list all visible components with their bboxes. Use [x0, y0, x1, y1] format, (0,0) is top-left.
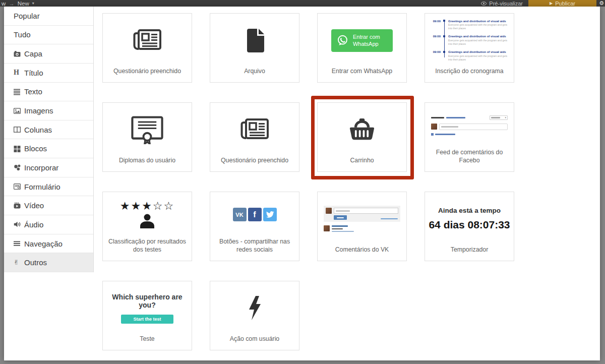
breadcrumb-prev: w [2, 1, 6, 7]
fb-count-bar [431, 117, 444, 118]
sidebar-item-audio[interactable]: Áudio [4, 215, 93, 234]
sidebar-item-label: Outros [24, 258, 47, 267]
sidebar-item-label: Imagens [24, 106, 53, 115]
card-entrar-com-whatsapp[interactable]: Entrar com WhatsApp Entrar com WhatsApp [317, 13, 407, 83]
sidebar-item-capa[interactable]: Capa [4, 44, 93, 64]
camera-icon [14, 50, 24, 57]
eye-icon [481, 2, 487, 6]
timeline-entry: 09:00 Greetings and distribution of visu… [431, 35, 508, 46]
certificate-icon [131, 115, 164, 144]
avatar [431, 124, 437, 130]
sidebar-item-label: Título [24, 69, 43, 77]
vk-meta-bar [332, 231, 354, 232]
person-icon [139, 214, 156, 228]
sidebar-item-label: Popular [14, 12, 40, 20]
timer-countdown: 64 dias 08:07:33 [429, 219, 510, 231]
settings-button[interactable]: ⚙ [599, 0, 604, 7]
hand-icon: ✌ [14, 259, 24, 266]
sidebar-item-outros[interactable]: ✌ Outros [4, 253, 93, 272]
video-icon [14, 202, 24, 209]
heading-icon: H [14, 69, 24, 76]
sidebar-item-colunas[interactable]: Colunas [4, 120, 93, 140]
breadcrumb-current[interactable]: New [18, 1, 29, 7]
card-label: Ação com usuário [210, 335, 299, 350]
avatar [326, 208, 332, 214]
card-diplomas-do-usuario[interactable]: Diplomas do usuário [102, 102, 192, 172]
twitter-icon [263, 208, 277, 221]
card-label: Arquivo [210, 67, 299, 82]
card-label: Teste [103, 335, 192, 350]
sidebar-item-label: Capa [24, 49, 42, 58]
blocks-icon [14, 145, 24, 152]
sidebar-item-imagens[interactable]: Imagens [4, 101, 93, 120]
card-comentarios-vk[interactable]: Comentários do VK [317, 192, 407, 261]
vk-comments-preview [324, 206, 400, 232]
card-label: Carrinho [318, 156, 406, 171]
timeline-dot-icon [441, 20, 448, 31]
sidebar-item-navegacao[interactable]: Navegação [4, 234, 93, 254]
card-acao-com-usuario[interactable]: Ação com usuário [210, 281, 299, 350]
card-questionario-preenchido[interactable]: Questionário preenchido [102, 13, 192, 83]
vk-comment-text-bar [332, 228, 343, 230]
card-teste[interactable]: Which superhero are you? Start the test … [102, 281, 192, 350]
chevron-down-icon: ▾ [32, 1, 34, 6]
card-inscricao-do-cronograma[interactable]: 09:00 Greetings and distribution of visu… [425, 13, 514, 83]
timeline-subtitle: Everyone gets acquainted with the progra… [448, 54, 508, 62]
lightning-icon [247, 296, 262, 320]
start-test-button-preview: Start the test [121, 315, 173, 324]
sidebar-item-texto[interactable]: Texto [4, 83, 93, 102]
card-temporizador[interactable]: Ainda está a tempo 64 dias 08:07:33 Temp… [425, 192, 514, 261]
timeline-entry: 09:00 Greetings and distribution of visu… [431, 20, 508, 31]
form-icon [14, 183, 24, 190]
timeline-title: Greetings and distribution of visual aid… [448, 50, 508, 54]
sidebar-item-label: Incorporar [24, 163, 58, 172]
file-icon [245, 29, 264, 52]
share-buttons-preview: VK f [233, 208, 277, 221]
card-label: Entrar com WhatsApp [318, 67, 406, 82]
card-classificacao-resultados[interactable]: ★★★☆☆ Classificação por resultados dos t… [102, 192, 192, 261]
timer-heading: Ainda está a tempo [438, 207, 501, 214]
sidebar-item-label: Áudio [24, 220, 43, 229]
card-label: Comentários do VK [318, 246, 406, 261]
timeline-entry: 09:00 Greetings and distribution of visu… [431, 50, 508, 62]
sidebar-item-label: Colunas [24, 126, 52, 134]
sidebar-item-titulo[interactable]: H Título [4, 64, 93, 83]
card-botoes-compartilhar[interactable]: VK f Botões - compartilhar nas redes soc… [210, 192, 299, 261]
card-carrinho[interactable]: Carrinho [317, 102, 407, 172]
sidebar-item-tudo[interactable]: Tudo [4, 26, 93, 45]
preview-button-label: Pré-visualizar [489, 1, 523, 7]
sidebar-item-popular[interactable]: Popular [4, 7, 93, 26]
rating-stars: ★★★☆☆ [120, 201, 175, 212]
add-block-modal: Popular Tudo Capa H Título Texto Imagens [4, 7, 600, 360]
timeline-time: 09:00 [431, 20, 441, 31]
timeline-title: Greetings and distribution of visual aid… [448, 20, 508, 24]
gear-icon: ⚙ [599, 0, 604, 7]
card-questionario-preenchido-2[interactable]: Questionário preenchido [210, 102, 299, 172]
sidebar-item-label: Texto [24, 87, 42, 96]
timeline-title: Greetings and distribution of visual aid… [448, 35, 508, 39]
card-label: Classificação por resultados dos testes [103, 237, 192, 261]
facebook-icon: f [248, 208, 262, 221]
timeline-subtitle: Everyone gets acquainted with the progra… [448, 23, 508, 30]
sidebar-item-video[interactable]: Vídeo [4, 196, 93, 215]
timeline-time: 09:00 [431, 35, 441, 46]
card-arquivo[interactable]: Arquivo [210, 13, 299, 83]
sidebar-item-formulario[interactable]: Formulário [4, 177, 93, 197]
fb-comment-input [439, 124, 508, 130]
publish-button-label: Publicar [555, 1, 575, 7]
card-label: Diplomas do usuário [103, 156, 192, 171]
publish-button[interactable]: ▶ Publicar [528, 0, 596, 7]
breadcrumb[interactable]: w → New ▾ [2, 0, 34, 7]
sidebar-item-blocos[interactable]: Blocos [4, 139, 93, 158]
breadcrumb-arrow-icon: → [9, 1, 15, 7]
preview-button[interactable]: Pré-visualizar [481, 0, 523, 7]
facebook-icon [431, 133, 434, 136]
sidebar-item-incorporar[interactable]: Incorporar [4, 158, 93, 177]
fb-sort-dropdown: ▾ [490, 115, 508, 120]
vk-comment-input [334, 208, 398, 214]
menu-icon [14, 240, 24, 247]
test-question: Which superhero are you? [103, 293, 192, 309]
card-label: Questionário preenchido [210, 156, 299, 171]
embed-icon [14, 164, 24, 171]
card-feed-comentarios-facebook[interactable]: ▾ Feed de comentários do Facebo [425, 102, 514, 172]
